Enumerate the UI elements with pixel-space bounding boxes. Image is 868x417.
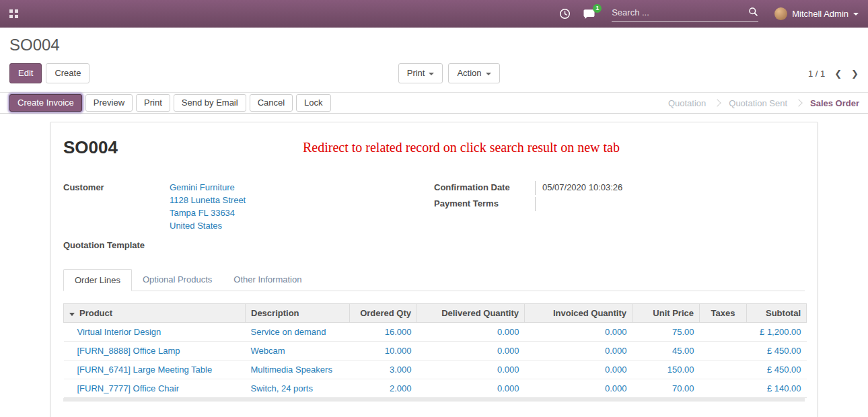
notebook-tabs: Order Lines Optional Products Other Info… <box>63 269 805 291</box>
payment-terms-label: Payment Terms <box>434 197 535 211</box>
preview-button[interactable]: Preview <box>85 94 133 112</box>
customer-label: Customer <box>63 181 170 232</box>
status-sales-order[interactable]: Sales Order <box>801 93 868 114</box>
column-header-product[interactable]: Product <box>64 304 246 323</box>
status-quotation-sent[interactable]: Quotation Sent <box>720 93 796 114</box>
notice-banner: Redirect to related record on click sear… <box>118 137 805 155</box>
print-button[interactable]: Print <box>136 94 170 112</box>
cell-unit-price: 45.00 <box>632 342 700 361</box>
apps-menu-icon[interactable] <box>9 9 18 18</box>
payment-terms-value <box>535 197 542 211</box>
column-header-delivered-quantity[interactable]: Delivered Quantity <box>417 304 525 323</box>
cell-description: Multimedia Speakers <box>246 361 350 379</box>
customer-line: Gemini Furniture <box>170 181 246 194</box>
pager-previous-button[interactable]: ❮ <box>834 69 842 79</box>
cell-description: Switch, 24 ports <box>246 379 350 398</box>
status-quotation[interactable]: Quotation <box>659 93 715 114</box>
cell-description: Webcam <box>246 342 350 361</box>
cell-product: [FURN_7777] Office Chair <box>64 379 246 398</box>
top-navbar: 1 Mitchell Admin <box>0 0 868 28</box>
avatar <box>774 7 787 20</box>
send-by-email-button[interactable]: Send by Email <box>174 94 246 112</box>
column-header-description[interactable]: Description <box>246 304 350 323</box>
chevron-down-icon <box>486 73 491 75</box>
cell-product: Virtual Interior Design <box>64 323 246 342</box>
quotation-template-label: Quotation Template <box>63 239 170 252</box>
cell-invoiced-qty: 0.000 <box>525 379 632 398</box>
column-header-taxes[interactable]: Taxes <box>700 304 747 323</box>
order-lines-table: Product Description Ordered Qty Delivere… <box>63 303 807 398</box>
cell-subtotal: £ 140.00 <box>747 379 807 398</box>
cell-invoiced-qty: 0.000 <box>525 361 632 379</box>
status-pipeline: Quotation Quotation Sent Sales Order <box>659 93 868 113</box>
customer-line: Tampa FL 33634 <box>170 206 246 219</box>
table-row[interactable]: Virtual Interior Design Service on deman… <box>64 323 807 342</box>
form-statusbar: Create Invoice Preview Print Send by Ema… <box>0 92 868 114</box>
sort-caret-icon <box>69 313 75 316</box>
cancel-button[interactable]: Cancel <box>250 94 293 112</box>
pager-count: 1 / 1 <box>808 69 825 79</box>
messages-badge: 1 <box>593 4 602 13</box>
column-header-ordered-qty[interactable]: Ordered Qty <box>350 304 417 323</box>
cell-delivered-qty: 0.000 <box>417 361 525 379</box>
customer-line: 1128 Lunetta Street <box>170 194 246 206</box>
customer-value[interactable]: Gemini Furniture 1128 Lunetta Street Tam… <box>170 181 246 232</box>
messages-icon[interactable]: 1 <box>583 9 595 20</box>
cell-taxes <box>700 361 747 379</box>
chevron-down-icon <box>853 13 859 15</box>
search-icon[interactable] <box>748 7 758 19</box>
table-row[interactable]: [FURN_7777] Office Chair Switch, 24 port… <box>64 379 807 398</box>
tab-order-lines[interactable]: Order Lines <box>63 269 132 291</box>
column-header-subtotal[interactable]: Subtotal <box>747 304 807 323</box>
cell-taxes <box>700 379 747 398</box>
tab-optional-products[interactable]: Optional Products <box>132 269 223 291</box>
column-header-invoiced-quantity[interactable]: Invoiced Quantity <box>525 304 632 323</box>
table-footer-strip <box>63 398 805 402</box>
cell-ordered-qty: 2.000 <box>350 379 417 398</box>
confirmation-date-label: Confirmation Date <box>434 181 535 195</box>
cell-invoiced-qty: 0.000 <box>525 323 632 342</box>
lock-button[interactable]: Lock <box>296 94 330 112</box>
breadcrumb: SO004 <box>9 36 859 54</box>
search-input[interactable] <box>612 7 748 17</box>
action-dropdown[interactable]: Action <box>448 63 499 83</box>
create-button[interactable]: Create <box>46 63 89 83</box>
cell-delivered-qty: 0.000 <box>417 379 525 398</box>
form-sheet: SO004 Redirect to related record on clic… <box>50 122 818 417</box>
record-title: SO004 <box>63 137 118 158</box>
cell-unit-price: 150.00 <box>632 361 700 379</box>
cell-unit-price: 70.00 <box>632 379 700 398</box>
cell-ordered-qty: 3.000 <box>350 361 417 379</box>
table-header-row: Product Description Ordered Qty Delivere… <box>64 304 807 323</box>
pager-next-button[interactable]: ❯ <box>851 69 859 79</box>
cell-product: [FURN_6741] Large Meeting Table <box>64 361 246 379</box>
cell-subtotal: £ 450.00 <box>747 342 807 361</box>
form-view: SO004 Redirect to related record on clic… <box>0 114 868 417</box>
cell-invoiced-qty: 0.000 <box>525 342 632 361</box>
cell-taxes <box>700 342 747 361</box>
table-row[interactable]: [FURN_8888] Office Lamp Webcam 10.000 0.… <box>64 342 807 361</box>
cell-ordered-qty: 16.000 <box>350 323 417 342</box>
cell-delivered-qty: 0.000 <box>417 323 525 342</box>
cell-product: [FURN_8888] Office Lamp <box>64 342 246 361</box>
column-header-unit-price[interactable]: Unit Price <box>632 304 700 323</box>
customer-line: United States <box>170 219 246 232</box>
create-invoice-button[interactable]: Create Invoice <box>9 94 82 112</box>
cell-description: Service on demand <box>246 323 350 342</box>
control-panel: SO004 Edit Create Print Action 1 / 1 ❮ ❯ <box>0 28 868 92</box>
print-dropdown[interactable]: Print <box>398 63 443 83</box>
chevron-down-icon <box>429 73 434 75</box>
cell-subtotal: £ 450.00 <box>747 361 807 379</box>
cell-unit-price: 75.00 <box>632 323 700 342</box>
user-name-label: Mitchell Admin <box>792 9 848 19</box>
global-search <box>612 7 758 22</box>
table-row[interactable]: [FURN_6741] Large Meeting Table Multimed… <box>64 361 807 379</box>
confirmation-date-value: 05/07/2020 10:03:26 <box>535 181 622 195</box>
activities-clock-icon[interactable] <box>559 8 571 20</box>
cell-subtotal: £ 1,200.00 <box>747 323 807 342</box>
user-menu[interactable]: Mitchell Admin <box>774 7 859 20</box>
tab-other-information[interactable]: Other Information <box>223 269 312 291</box>
edit-button[interactable]: Edit <box>9 63 42 83</box>
cell-taxes <box>700 323 747 342</box>
cell-delivered-qty: 0.000 <box>417 342 525 361</box>
